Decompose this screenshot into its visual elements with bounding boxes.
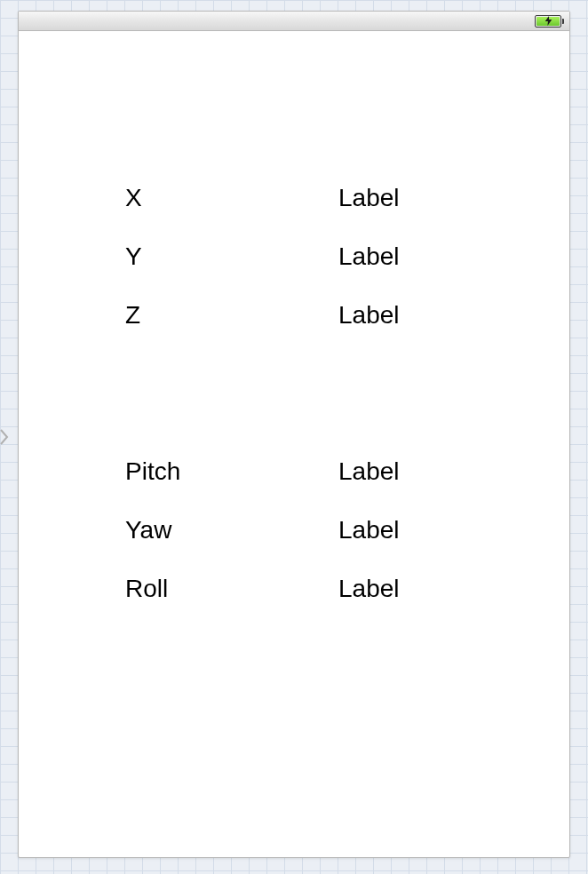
section-gap	[125, 345, 569, 442]
row-yaw: Yaw Label	[125, 501, 569, 560]
row-x: X Label	[125, 169, 569, 227]
roll-value: Label	[338, 575, 400, 603]
battery-charging-icon	[535, 15, 564, 28]
row-y: Y Label	[125, 227, 569, 286]
z-label: Z	[125, 301, 338, 330]
pitch-value: Label	[338, 457, 400, 486]
pitch-label: Pitch	[125, 457, 338, 486]
roll-label: Roll	[125, 575, 338, 603]
y-label: Y	[125, 242, 338, 271]
x-value: Label	[338, 184, 400, 212]
row-z: Z Label	[125, 286, 569, 345]
row-roll: Roll Label	[125, 560, 569, 618]
row-pitch: Pitch Label	[125, 442, 569, 501]
y-value: Label	[338, 242, 400, 271]
yaw-label: Yaw	[125, 516, 338, 544]
device-frame: X Label Y Label Z Label Pitch Label Yaw …	[18, 11, 570, 858]
yaw-value: Label	[338, 516, 400, 544]
canvas-left-handle	[0, 428, 9, 446]
x-label: X	[125, 184, 338, 212]
z-value: Label	[338, 301, 400, 330]
status-bar	[19, 12, 569, 31]
content-area: X Label Y Label Z Label Pitch Label Yaw …	[19, 31, 569, 857]
